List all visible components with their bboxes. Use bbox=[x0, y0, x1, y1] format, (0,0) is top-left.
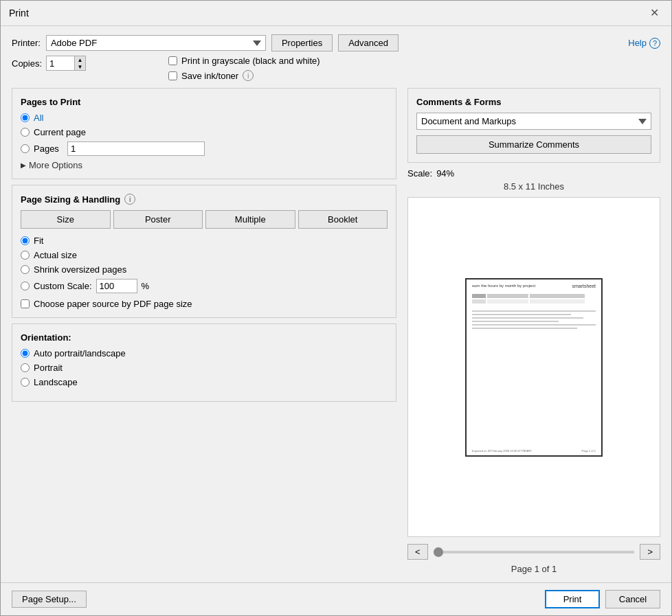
nav-controls: < > bbox=[407, 540, 660, 564]
current-page-label[interactable]: Current page bbox=[21, 127, 86, 137]
grayscale-checkbox[interactable] bbox=[168, 56, 177, 65]
comments-title: Comments & Forms bbox=[416, 97, 651, 107]
copies-spinner: ▲ ▼ bbox=[74, 56, 85, 70]
custom-scale-input[interactable] bbox=[96, 279, 137, 293]
preview-area: sum the hours by month by project smarts… bbox=[407, 197, 660, 537]
pages-range-row: Pages bbox=[21, 141, 388, 156]
orientation-title: Orientation: bbox=[21, 332, 388, 343]
scale-unit: % bbox=[142, 281, 150, 291]
page-info: Page 1 of 1 bbox=[407, 564, 660, 574]
grayscale-checkbox-row[interactable]: Print in grayscale (black and white) bbox=[168, 56, 320, 66]
size-tab-multiple[interactable]: Multiple bbox=[205, 210, 295, 229]
actual-size-radio[interactable] bbox=[21, 251, 30, 260]
copies-input[interactable] bbox=[47, 57, 74, 70]
actual-size-radio-label[interactable]: Actual size bbox=[21, 250, 388, 260]
custom-scale-row: Custom Scale: % bbox=[21, 279, 388, 293]
print-dialog: Print ✕ Printer: Adobe PDF Properties Ad… bbox=[0, 0, 672, 616]
preview-lines bbox=[467, 308, 601, 334]
size-tab-size[interactable]: Size bbox=[21, 210, 111, 229]
fit-options: Fit Actual size Shrink oversized pages bbox=[21, 236, 388, 293]
sizing-info-icon: i bbox=[124, 194, 135, 205]
ink-checkbox-row[interactable]: Save ink/toner i bbox=[168, 70, 320, 81]
copies-down[interactable]: ▼ bbox=[74, 63, 85, 70]
bottom-bar: Page Setup... Print Cancel bbox=[1, 582, 671, 615]
paper-source-row: Choose paper source by PDF page size bbox=[21, 299, 388, 309]
current-page-radio[interactable] bbox=[21, 128, 30, 137]
copies-label: Copies: bbox=[12, 58, 42, 69]
summarize-button[interactable]: Summarize Comments bbox=[416, 135, 651, 154]
page-sizing-section: Page Sizing & Handling i Size Poster Mul… bbox=[12, 185, 396, 318]
custom-scale-radio[interactable] bbox=[21, 282, 30, 290]
size-tabs: Size Poster Multiple Booklet bbox=[21, 210, 388, 229]
paper-size-info: 8.5 x 11 Inches bbox=[407, 181, 660, 192]
all-page-row: All bbox=[21, 113, 388, 123]
preview-doc-title: sum the hours by month by project bbox=[472, 284, 535, 288]
right-buttons: Print Cancel bbox=[545, 590, 660, 608]
shrink-radio[interactable] bbox=[21, 265, 30, 274]
paper-source-checkbox[interactable] bbox=[21, 299, 30, 308]
close-button[interactable]: ✕ bbox=[646, 6, 663, 20]
orientation-section: Orientation: Auto portrait/landscape Por… bbox=[12, 323, 396, 402]
auto-orientation-label[interactable]: Auto portrait/landscape bbox=[21, 348, 388, 358]
shrink-radio-label[interactable]: Shrink oversized pages bbox=[21, 264, 388, 275]
right-panel: Comments & Forms Document and Markups Do… bbox=[396, 88, 660, 574]
advanced-button[interactable]: Advanced bbox=[338, 34, 399, 52]
scale-info: Scale: 94% bbox=[407, 168, 660, 179]
pages-range-radio[interactable] bbox=[21, 144, 30, 153]
help-icon: ? bbox=[649, 38, 660, 49]
fit-radio-label[interactable]: Fit bbox=[21, 236, 388, 246]
current-page-row: Current page bbox=[21, 127, 388, 137]
copies-up[interactable]: ▲ bbox=[74, 56, 85, 63]
printer-label: Printer: bbox=[12, 38, 41, 48]
left-panel: Pages to Print All Current page bbox=[12, 88, 396, 574]
printer-select[interactable]: Adobe PDF bbox=[46, 35, 266, 51]
all-radio[interactable] bbox=[21, 113, 30, 122]
fit-radio[interactable] bbox=[21, 236, 30, 245]
portrait-label[interactable]: Portrait bbox=[21, 363, 388, 373]
preview-header: sum the hours by month by project smarts… bbox=[467, 280, 601, 291]
cancel-button[interactable]: Cancel bbox=[605, 590, 660, 608]
print-button[interactable]: Print bbox=[545, 590, 600, 608]
size-tab-booklet[interactable]: Booklet bbox=[298, 210, 388, 229]
prev-page-button[interactable]: < bbox=[407, 544, 428, 560]
more-options[interactable]: ▶ More Options bbox=[21, 160, 388, 170]
orientation-options: Auto portrait/landscape Portrait Landsca… bbox=[21, 348, 388, 387]
properties-button[interactable]: Properties bbox=[271, 34, 333, 52]
next-page-button[interactable]: > bbox=[640, 544, 660, 560]
pages-section-title: Pages to Print bbox=[21, 97, 388, 107]
dialog-title: Print bbox=[9, 8, 29, 19]
dialog-body: Printer: Adobe PDF Properties Advanced H… bbox=[1, 26, 671, 582]
comments-select-wrap: Document and Markups Document Form field… bbox=[416, 113, 651, 130]
pages-to-print-section: Pages to Print All Current page bbox=[12, 88, 396, 179]
main-content: Pages to Print All Current page bbox=[12, 88, 660, 574]
preview-table bbox=[467, 291, 601, 308]
page-setup-button[interactable]: Page Setup... bbox=[12, 591, 87, 608]
all-radio-label[interactable]: All bbox=[21, 113, 43, 123]
landscape-radio[interactable] bbox=[21, 378, 30, 387]
portrait-radio[interactable] bbox=[21, 363, 30, 372]
page-slider[interactable] bbox=[434, 551, 635, 554]
pages-range-input[interactable] bbox=[67, 141, 205, 156]
preview-footer: Exported on 20 February 2020 12:00:37 PM… bbox=[472, 449, 596, 453]
preview-paper: sum the hours by month by project smarts… bbox=[465, 278, 603, 457]
ink-info-icon: i bbox=[243, 70, 254, 81]
auto-orientation-radio[interactable] bbox=[21, 349, 30, 358]
help-link[interactable]: Help ? bbox=[628, 38, 660, 49]
size-tab-poster[interactable]: Poster bbox=[113, 210, 203, 229]
paper-source-label[interactable]: Choose paper source by PDF page size bbox=[21, 299, 192, 309]
custom-scale-radio-label[interactable]: Custom Scale: bbox=[21, 281, 92, 291]
sizing-section-title: Page Sizing & Handling i bbox=[21, 194, 388, 205]
comments-select[interactable]: Document and Markups Document Form field… bbox=[416, 113, 651, 130]
comments-forms-section: Comments & Forms Document and Markups Do… bbox=[407, 88, 660, 163]
copies-field: ▲ ▼ bbox=[46, 56, 86, 71]
ink-checkbox[interactable] bbox=[168, 71, 177, 80]
pages-range-label[interactable]: Pages bbox=[21, 144, 59, 154]
landscape-label[interactable]: Landscape bbox=[21, 377, 388, 387]
preview-brand: smartsheet bbox=[572, 284, 596, 288]
more-options-triangle: ▶ bbox=[21, 161, 26, 169]
title-bar: Print ✕ bbox=[1, 1, 671, 26]
